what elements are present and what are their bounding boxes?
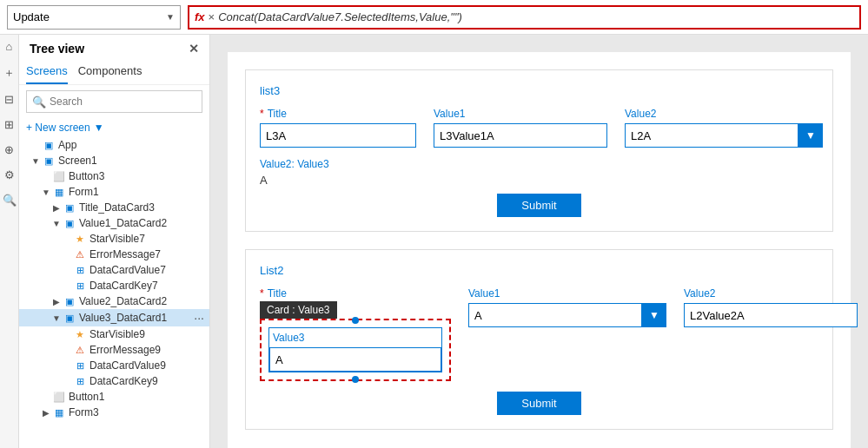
screen1-label: Screen1 bbox=[58, 155, 97, 167]
form3-icon: ▦ bbox=[52, 407, 66, 418]
formula-text: Concat(DataCardValue7.SelectedItems,Valu… bbox=[218, 10, 462, 23]
tree-item-starvisible9[interactable]: ★ StarVisible9 bbox=[19, 326, 209, 342]
list3-value2-dropdown-wrapper: L2A ▼ bbox=[625, 123, 823, 148]
button1-label: Button1 bbox=[69, 391, 104, 403]
tree-item-title-datacard3[interactable]: ▶ ▣ Title_DataCard3 bbox=[19, 200, 209, 215]
tree-item-value3-datacard1[interactable]: ▼ ▣ Value3_DataCard1 ··· bbox=[19, 309, 209, 326]
tree-item-value2-datacard2[interactable]: ▶ ▣ Value2_DataCard2 bbox=[19, 293, 209, 309]
title-dc3-icon: ▣ bbox=[63, 202, 76, 214]
list3-value2-text: A bbox=[260, 174, 818, 187]
list2-title: List2 bbox=[260, 264, 818, 277]
close-icon[interactable]: ✕ bbox=[189, 42, 199, 56]
tab-screens[interactable]: Screens bbox=[26, 59, 68, 84]
tree-item-errormessage9[interactable]: ⚠ ErrorMessage9 bbox=[19, 342, 209, 358]
left-icon-strip: ⌂ ＋ ⊟ ⊞ ⊕ ⚙ 🔍 bbox=[0, 35, 19, 448]
list3-value2-display: Value2: Value3 bbox=[260, 158, 818, 170]
list2-title-field: Title Card : Value3 Value3 bbox=[260, 287, 451, 381]
tree-item-starvisible7[interactable]: ★ StarVisible7 bbox=[19, 231, 209, 247]
search-input[interactable] bbox=[50, 96, 196, 108]
formula-bar: fx × Concat(DataCardValue7.SelectedItems… bbox=[188, 5, 861, 30]
value3-input[interactable] bbox=[269, 347, 441, 372]
tree-item-value1-datacard2[interactable]: ▼ ▣ Value1_DataCard2 bbox=[19, 215, 209, 231]
tree-item-datacardvalue7[interactable]: ⊞ DataCardValue7 bbox=[19, 262, 209, 278]
list3-title: list3 bbox=[260, 84, 818, 97]
tree-item-datacardkey9[interactable]: ⊞ DataCardKey9 bbox=[19, 373, 209, 389]
value3-card: Value3 bbox=[260, 319, 451, 381]
resize-dot-bottom[interactable] bbox=[352, 376, 359, 383]
list3-title-input[interactable] bbox=[260, 123, 416, 148]
search-icon[interactable]: 🔍 bbox=[0, 194, 19, 207]
tree-item-datacardkey7[interactable]: ⊞ DataCardKey7 bbox=[19, 278, 209, 293]
home-icon[interactable]: ⌂ bbox=[0, 40, 19, 53]
dck7-icon: ⊞ bbox=[73, 280, 87, 292]
tree-item-screen1[interactable]: ▼ ▣ Screen1 bbox=[19, 153, 209, 168]
layers-icon[interactable]: ⊞ bbox=[0, 118, 19, 131]
list3-value1-label: Value1 bbox=[434, 108, 607, 120]
settings-icon[interactable]: ⚙ bbox=[0, 168, 19, 181]
form1-icon: ▦ bbox=[52, 187, 66, 198]
tree-item-app[interactable]: ▣ App bbox=[19, 137, 209, 153]
v1dc2-label: Value1_DataCard2 bbox=[79, 217, 167, 229]
list2-value2-label: Value2 bbox=[684, 287, 858, 300]
tree-item-button1[interactable]: ⬜ Button1 bbox=[19, 389, 209, 405]
dcv9-icon: ⊞ bbox=[73, 360, 87, 372]
screen1-icon: ▣ bbox=[42, 155, 56, 167]
v2dc2-label: Value2_DataCard2 bbox=[79, 295, 167, 307]
app-label: App bbox=[58, 139, 76, 151]
database-icon[interactable]: ⊟ bbox=[0, 93, 19, 106]
form3-label: Form3 bbox=[69, 406, 99, 418]
tree-item-button3[interactable]: ⬜ Button3 bbox=[19, 168, 209, 184]
list3-title-label: Title bbox=[260, 108, 416, 120]
dck9-icon: ⊞ bbox=[73, 376, 87, 387]
resize-dot-top[interactable] bbox=[352, 317, 359, 324]
tree-item-form3[interactable]: ▶ ▦ Form3 bbox=[19, 405, 209, 420]
sv7-label: StarVisible7 bbox=[89, 233, 145, 245]
form1-label: Form1 bbox=[69, 186, 99, 198]
list2-title-label: Title bbox=[260, 287, 451, 300]
list2-value1-value: A bbox=[474, 309, 482, 322]
tree-item-form1[interactable]: ▼ ▦ Form1 bbox=[19, 184, 209, 200]
list2-form: List2 Title Card : Value3 Value3 bbox=[245, 249, 833, 430]
list3-value2-field: Value2 L2A ▼ bbox=[625, 108, 823, 148]
canvas: list3 Title Value1 Value2 L2A bbox=[210, 35, 868, 448]
v1dc2-arrow-icon: ▼ bbox=[50, 219, 63, 228]
em7-label: ErrorMessage7 bbox=[89, 248, 161, 260]
list3-submit-button[interactable]: Submit bbox=[497, 194, 580, 217]
dck9-label: DataCardKey9 bbox=[89, 375, 158, 387]
new-screen-button[interactable]: + New screen ▼ bbox=[19, 118, 209, 137]
plugin-icon[interactable]: ⊕ bbox=[0, 143, 19, 156]
value3-card-inner: Value3 bbox=[268, 327, 442, 372]
tree-item-datacardvalue9[interactable]: ⊞ DataCardValue9 bbox=[19, 358, 209, 373]
main-layout: ⌂ ＋ ⊟ ⊞ ⊕ ⚙ 🔍 Tree view ✕ Screens Compon… bbox=[0, 35, 868, 448]
tree-item-errormessage7[interactable]: ⚠ ErrorMessage7 bbox=[19, 247, 209, 262]
search-box: 🔍 bbox=[26, 90, 202, 113]
v2dc2-icon: ▣ bbox=[63, 296, 76, 307]
list3-value2-dropdown-btn[interactable]: ▼ bbox=[798, 123, 823, 148]
search-icon: 🔍 bbox=[32, 96, 46, 109]
list2-value2-field: Value2 bbox=[684, 287, 858, 327]
list2-submit-button[interactable]: Submit bbox=[497, 392, 580, 415]
list2-value2-input[interactable] bbox=[684, 303, 858, 327]
tab-components[interactable]: Components bbox=[78, 59, 142, 84]
form1-arrow-icon: ▼ bbox=[40, 188, 52, 197]
new-screen-label: + New screen bbox=[26, 122, 90, 134]
update-select[interactable]: Update ▼ bbox=[7, 5, 181, 30]
title-dc3-arrow-icon: ▶ bbox=[50, 203, 63, 213]
v3dc1-more-icon[interactable]: ··· bbox=[194, 311, 209, 325]
list3-value2-dropdown[interactable]: L2A bbox=[625, 123, 798, 148]
new-screen-caret: ▼ bbox=[94, 122, 104, 134]
card-tooltip: Card : Value3 bbox=[260, 301, 337, 319]
sidebar-title: Tree view ✕ bbox=[19, 35, 209, 59]
dcv7-icon: ⊞ bbox=[73, 265, 87, 276]
list3-value1-input[interactable] bbox=[434, 123, 607, 148]
list2-value1-dropdown-wrapper: A ▼ bbox=[468, 303, 666, 327]
list2-value1-dropdown[interactable]: A bbox=[468, 303, 642, 327]
list3-form: list3 Title Value1 Value2 L2A bbox=[245, 69, 833, 232]
list3-value2-value: L2A bbox=[631, 129, 651, 142]
button1-icon: ⬜ bbox=[52, 392, 66, 403]
list2-value1-dropdown-btn[interactable]: ▼ bbox=[642, 303, 666, 327]
form3-arrow-icon: ▶ bbox=[40, 408, 52, 418]
plus-icon[interactable]: ＋ bbox=[0, 65, 19, 81]
sidebar-tabs: Screens Components bbox=[19, 59, 209, 85]
list3-submit-row: Submit bbox=[260, 194, 818, 217]
